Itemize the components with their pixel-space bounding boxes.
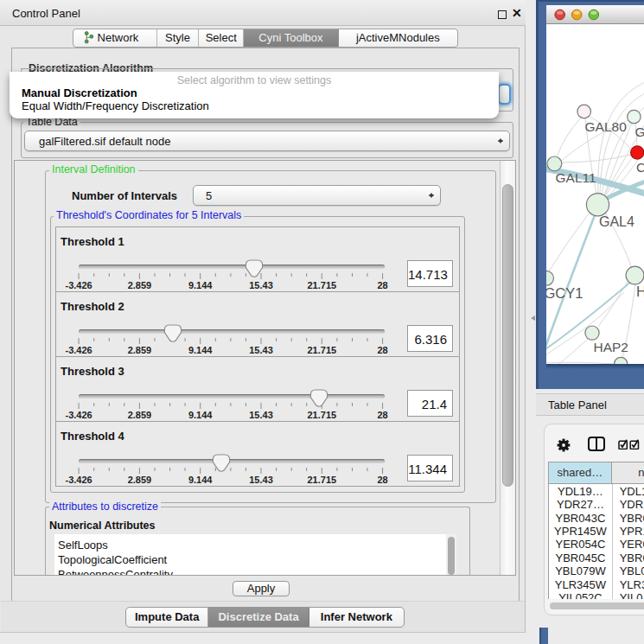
svg-text:HAP2: HAP2 [593,340,628,354]
svg-text:GAL80: GAL80 [584,119,627,134]
svg-text:H: H [636,284,644,299]
svg-text:GA: GA [634,124,644,139]
svg-text:GAL11: GAL11 [555,170,596,185]
svg-text:CD: CD [636,160,644,175]
svg-text:GAL4: GAL4 [599,214,634,229]
svg-text:GCY1: GCY1 [546,285,583,301]
